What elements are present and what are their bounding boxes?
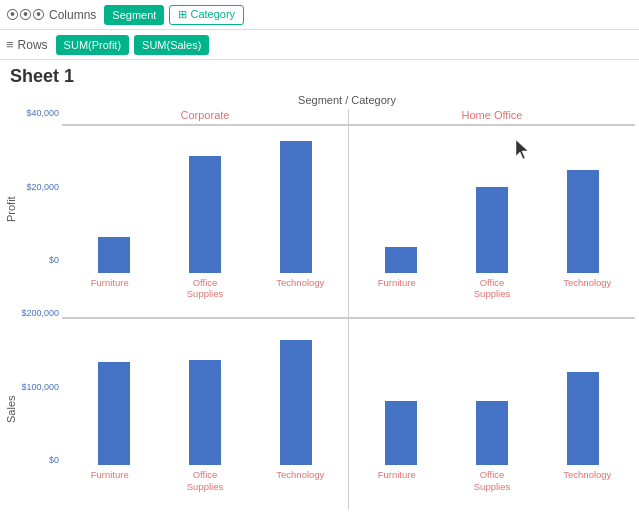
bar-col-tech-ho-profit bbox=[538, 130, 629, 273]
corporate-profit-chart: Furniture OfficeSupplies Technology bbox=[62, 125, 349, 317]
sales-charts-row: Furniture OfficeSupplies Technology bbox=[62, 318, 635, 510]
columns-label: ⦿⦿⦿ Columns bbox=[6, 7, 96, 22]
bar-office-corp-sales bbox=[189, 360, 221, 465]
sales-tick-100k: $100,000 bbox=[21, 383, 59, 392]
bar-col-furniture-ho-profit bbox=[355, 130, 446, 273]
rows-icon: ≡ bbox=[6, 37, 14, 52]
profit-tick-40k: $40,000 bbox=[26, 109, 59, 118]
bar-furniture-ho-profit bbox=[385, 247, 417, 273]
bar-tech-ho-profit bbox=[567, 170, 599, 273]
columns-toolbar: ⦿⦿⦿ Columns Segment ⊞ Category bbox=[0, 0, 639, 30]
xlabel-furniture-ho-sales: Furniture bbox=[349, 467, 444, 507]
xlabel-tech-ho-profit: Technology bbox=[540, 275, 635, 315]
corporate-header: Corporate bbox=[62, 109, 349, 125]
axis-left: Profit $40,000 $20,000 $0 Sales $200,000… bbox=[4, 109, 62, 509]
xlabel-office-corp-profit: OfficeSupplies bbox=[157, 275, 252, 315]
bar-col-office-corp-profit bbox=[159, 130, 250, 273]
corporate-profit-bars bbox=[62, 126, 348, 273]
xlabel-furniture-ho-profit: Furniture bbox=[349, 275, 444, 315]
xlabel-furniture-corp-profit: Furniture bbox=[62, 275, 157, 315]
corporate-profit-xlabels: Furniture OfficeSupplies Technology bbox=[62, 273, 348, 317]
profit-tick-col: $40,000 $20,000 $0 bbox=[18, 109, 62, 309]
bar-furniture-corp-sales bbox=[98, 362, 130, 465]
homeoffice-sales-xlabels: Furniture OfficeSupplies Technology bbox=[349, 465, 635, 509]
sum-profit-pill[interactable]: SUM(Profit) bbox=[56, 35, 129, 55]
bar-tech-corp-sales bbox=[280, 340, 312, 465]
xlabel-furniture-corp-sales: Furniture bbox=[62, 467, 157, 507]
sales-measure-label: Sales bbox=[4, 309, 18, 509]
bar-col-tech-corp-profit bbox=[251, 130, 342, 273]
xlabel-office-ho-profit: OfficeSupplies bbox=[444, 275, 539, 315]
xlabel-office-ho-sales: OfficeSupplies bbox=[444, 467, 539, 507]
rows-toolbar: ≡ Rows SUM(Profit) SUM(Sales) bbox=[0, 30, 639, 60]
profit-tick-20k: $20,000 bbox=[26, 183, 59, 192]
bar-col-tech-ho-sales bbox=[538, 323, 629, 466]
segment-cols: Corporate Home Office bbox=[62, 109, 635, 509]
bar-col-tech-corp-sales bbox=[251, 323, 342, 466]
profit-tick-0: $0 bbox=[49, 256, 59, 309]
homeoffice-profit-bars bbox=[349, 126, 635, 273]
xlabel-tech-ho-sales: Technology bbox=[540, 467, 635, 507]
segment-pill[interactable]: Segment bbox=[104, 5, 164, 25]
sales-axis-row: Sales $200,000 $100,000 $0 bbox=[4, 309, 62, 509]
bar-col-furniture-ho-sales bbox=[355, 323, 446, 466]
bar-col-furniture-corp-profit bbox=[68, 130, 159, 273]
bar-office-ho-profit bbox=[476, 187, 508, 273]
bar-office-ho-sales bbox=[476, 401, 508, 465]
xlabel-office-corp-sales: OfficeSupplies bbox=[157, 467, 252, 507]
bar-tech-corp-profit bbox=[280, 141, 312, 272]
segment-headers: Corporate Home Office bbox=[62, 109, 635, 125]
y-axes: Profit $40,000 $20,000 $0 Sales $200,000… bbox=[4, 109, 62, 509]
homeoffice-sales-chart: Furniture OfficeSupplies Technology bbox=[349, 318, 635, 510]
homeoffice-header: Home Office bbox=[349, 109, 635, 125]
sales-tick-200k: $200,000 bbox=[21, 309, 59, 318]
rows-label: ≡ Rows bbox=[6, 37, 48, 52]
chart-main: Profit $40,000 $20,000 $0 Sales $200,000… bbox=[0, 109, 639, 509]
bar-furniture-corp-profit bbox=[98, 237, 130, 273]
corporate-sales-chart: Furniture OfficeSupplies Technology bbox=[62, 318, 349, 510]
sheet-title: Sheet 1 bbox=[0, 60, 639, 91]
homeoffice-profit-xlabels: Furniture OfficeSupplies Technology bbox=[349, 273, 635, 317]
bar-office-corp-profit bbox=[189, 156, 221, 273]
xlabel-tech-corp-sales: Technology bbox=[253, 467, 348, 507]
profit-axis-row: Profit $40,000 $20,000 $0 bbox=[4, 109, 62, 309]
corporate-sales-xlabels: Furniture OfficeSupplies Technology bbox=[62, 465, 348, 509]
profit-charts-row: Furniture OfficeSupplies Technology bbox=[62, 125, 635, 318]
sales-tick-0: $0 bbox=[49, 456, 59, 509]
bar-col-furniture-corp-sales bbox=[68, 323, 159, 466]
sum-sales-pill[interactable]: SUM(Sales) bbox=[134, 35, 209, 55]
columns-icon: ⦿⦿⦿ bbox=[6, 7, 45, 22]
bar-tech-ho-sales bbox=[567, 372, 599, 465]
bar-col-office-ho-profit bbox=[446, 130, 537, 273]
bar-col-office-corp-sales bbox=[159, 323, 250, 466]
homeoffice-sales-bars bbox=[349, 319, 635, 466]
chart-title: Segment / Category bbox=[0, 91, 639, 109]
sales-tick-col: $200,000 $100,000 $0 bbox=[18, 309, 62, 509]
xlabel-tech-corp-profit: Technology bbox=[253, 275, 348, 315]
profit-measure-label: Profit bbox=[4, 109, 18, 309]
bar-col-office-ho-sales bbox=[446, 323, 537, 466]
category-pill[interactable]: ⊞ Category bbox=[169, 5, 244, 25]
bar-furniture-ho-sales bbox=[385, 401, 417, 465]
homeoffice-profit-chart: Furniture OfficeSupplies Technology bbox=[349, 125, 635, 317]
corporate-sales-bars bbox=[62, 319, 348, 466]
